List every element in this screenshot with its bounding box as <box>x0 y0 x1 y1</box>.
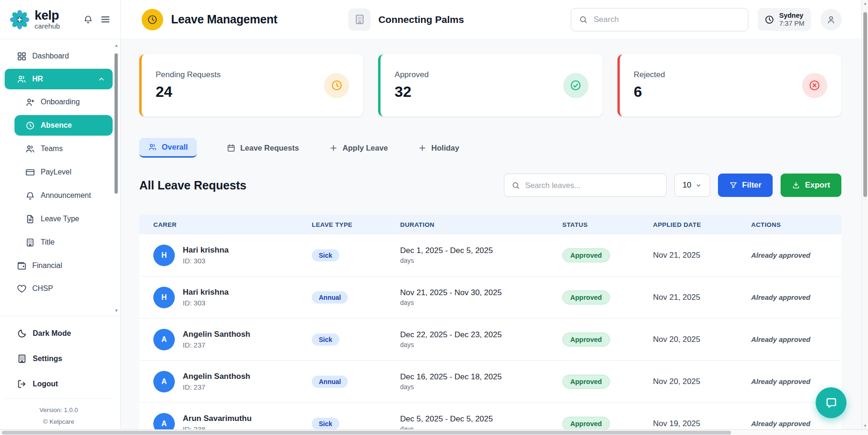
sidebar-item-hr[interactable]: HR <box>5 69 113 89</box>
duration-unit: days <box>400 341 562 348</box>
column-header-status: STATUS <box>562 221 653 228</box>
brand-name: kelp <box>35 9 60 22</box>
top-header: Leave Management Connecting Palms Sydney… <box>121 0 868 39</box>
sidebar-item-title[interactable]: Title <box>14 232 113 253</box>
table-row: A Angelin Santhosh ID: 237 Annual Dec 16… <box>139 361 841 403</box>
search-icon <box>579 15 588 24</box>
sidebar-item-label: Teams <box>41 145 63 153</box>
export-button[interactable]: Export <box>781 174 841 197</box>
sidebar-item-dark-mode[interactable]: Dark Mode <box>5 323 113 344</box>
action-text: Already approved <box>751 420 841 428</box>
vertical-scrollbar-thumb[interactable] <box>863 12 867 197</box>
table-header-row: CARER LEAVE TYPE DURATION STATUS APPLIED… <box>139 215 841 234</box>
horizontal-scrollbar[interactable] <box>0 429 868 435</box>
column-header-actions: ACTIONS <box>751 221 841 228</box>
sidebar-item-onboarding[interactable]: Onboarding <box>14 92 113 112</box>
sidebar-item-announcement[interactable]: Announcement <box>14 185 113 206</box>
timezone-chip[interactable]: Sydney 7:37 PM <box>758 8 811 31</box>
carer-avatar: A <box>153 329 175 350</box>
sidebar-item-absence[interactable]: Absence <box>14 115 113 136</box>
sidebar-item-label: Financial <box>32 261 62 270</box>
users-icon <box>148 143 157 152</box>
download-icon <box>792 181 800 189</box>
action-text: Already approved <box>751 293 841 301</box>
brand-text: kelp carehub <box>35 9 60 29</box>
sidebar-item-teams[interactable]: Teams <box>14 138 113 159</box>
sidebar-scrollbar-thumb[interactable] <box>115 53 118 194</box>
status-badge: Approved <box>562 248 610 262</box>
sidebar-item-label: Logout <box>33 380 58 388</box>
timezone-city: Sydney <box>779 12 804 19</box>
horizontal-scrollbar-thumb[interactable] <box>2 431 731 435</box>
column-header-duration: DURATION <box>400 221 562 228</box>
tab-leave-requests[interactable]: Leave Requests <box>227 139 299 157</box>
action-text: Already approved <box>751 335 841 343</box>
notifications-bell-icon[interactable] <box>83 14 93 24</box>
leaves-search-input[interactable] <box>525 181 659 190</box>
scroll-down-arrow-icon[interactable]: ▼ <box>114 308 119 313</box>
sidebar-item-leave-type[interactable]: Leave Type <box>14 209 113 229</box>
leave-type-badge: Sick <box>312 249 339 261</box>
user-avatar[interactable] <box>820 9 842 30</box>
carer-name: Hari krishna <box>183 288 229 297</box>
applied-date: Nov 19, 2025 <box>653 419 751 428</box>
main-column: Leave Management Connecting Palms Sydney… <box>121 0 868 435</box>
leave-type-badge: Sick <box>312 334 339 346</box>
sidebar-bottom-menu: Dark Mode Settings Logout Version: 1.0.0… <box>0 316 120 435</box>
plus-icon <box>329 144 338 152</box>
sidebar-item-label: Settings <box>33 355 62 363</box>
scroll-down-arrow-icon[interactable]: ▼ <box>862 424 868 428</box>
sidebar-nav: Dashboard HR Onboarding Absence Teams <box>0 39 120 316</box>
sidebar-item-financial[interactable]: Financial <box>5 255 113 276</box>
global-search-input[interactable] <box>594 15 740 24</box>
filter-button[interactable]: Filter <box>718 174 773 197</box>
sidebar-item-settings[interactable]: Settings <box>5 348 113 370</box>
user-plus-icon <box>25 97 35 107</box>
tab-label: Apply Leave <box>343 144 388 152</box>
stat-label: Rejected <box>634 70 665 80</box>
users-icon <box>25 144 35 154</box>
page-title-group: Leave Management <box>142 9 277 30</box>
sidebar-hr-submenu: Onboarding Absence Teams PayLevel Announ… <box>5 92 113 253</box>
copyright-text: © Kelpcare <box>5 416 113 428</box>
carer-avatar: H <box>153 245 175 266</box>
app-window: kelp carehub Dashboard HR Onboardi <box>0 0 868 435</box>
duration-range: Dec 1, 2025 - Dec 5, 2025 <box>400 246 562 255</box>
sidebar-item-label: Dashboard <box>32 52 69 60</box>
table-controls: All Leave Requests 10 Filter <box>139 174 841 197</box>
chat-fab-button[interactable] <box>816 387 846 418</box>
page-title: Leave Management <box>171 13 277 26</box>
sidebar-item-chsp[interactable]: CHSP <box>5 278 113 299</box>
sidebar-scrollbar[interactable]: ▲ ▼ <box>114 43 119 313</box>
stat-card-rejected: Rejected 6 <box>617 54 841 116</box>
page-size-select[interactable]: 10 <box>674 174 710 197</box>
tab-label: Leave Requests <box>240 144 299 152</box>
sidebar-logo-row: kelp carehub <box>0 0 120 39</box>
leave-type-badge: Sick <box>312 418 339 430</box>
sidebar-item-label: Onboarding <box>41 98 80 106</box>
table-row: A Angelin Santhosh ID: 237 Sick Dec 22, … <box>139 319 841 361</box>
tab-overall[interactable]: Overall <box>139 138 197 158</box>
export-button-label: Export <box>805 181 830 190</box>
sidebar-item-label: PayLevel <box>41 168 72 176</box>
status-badge: Approved <box>562 375 610 389</box>
users-icon <box>17 74 27 84</box>
sidebar-item-paylevel[interactable]: PayLevel <box>14 162 113 182</box>
tab-holiday[interactable]: Holiday <box>418 139 459 157</box>
vertical-scrollbar[interactable]: ▲ ▼ <box>861 0 868 429</box>
status-badge: Approved <box>562 290 610 304</box>
table-row: H Hari krishna ID: 303 Annual Nov 21, 20… <box>139 276 841 319</box>
timezone-time: 7:37 PM <box>779 20 804 27</box>
moon-icon <box>17 328 27 339</box>
sidebar-item-dashboard[interactable]: Dashboard <box>5 46 113 66</box>
action-text: Already approved <box>751 377 841 385</box>
scroll-up-arrow-icon[interactable]: ▲ <box>114 43 119 48</box>
sidebar-item-label: HR <box>32 75 43 83</box>
column-header-applied-date: APPLIED DATE <box>653 221 751 228</box>
hamburger-menu-icon[interactable] <box>100 14 111 25</box>
tab-apply-leave[interactable]: Apply Leave <box>329 139 388 157</box>
scroll-up-arrow-icon[interactable]: ▲ <box>862 1 868 6</box>
credit-card-icon <box>25 167 35 177</box>
status-badge: Approved <box>562 417 610 431</box>
sidebar-item-logout[interactable]: Logout <box>5 373 113 395</box>
